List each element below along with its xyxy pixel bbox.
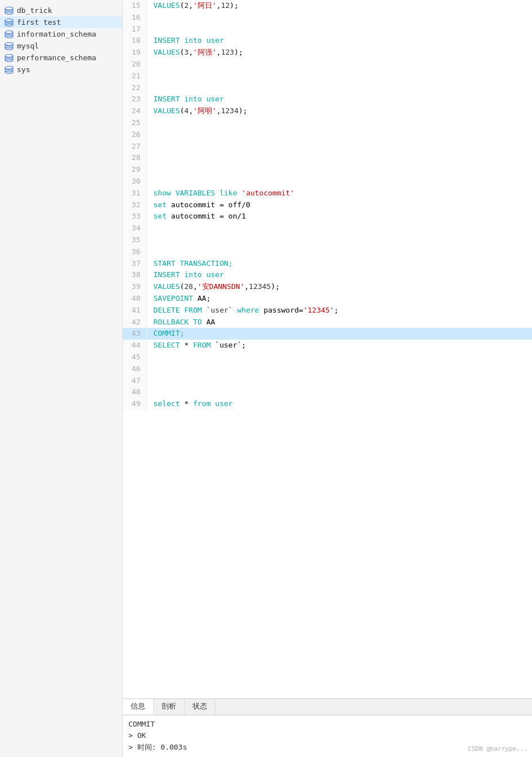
code-line: 44SELECT * FROM `user`; xyxy=(123,340,532,351)
line-number: 32 xyxy=(123,199,146,211)
line-number: 19 xyxy=(123,47,146,59)
line-content[interactable] xyxy=(146,152,532,164)
database-icon xyxy=(5,19,14,26)
line-number: 27 xyxy=(123,141,146,153)
sidebar-item-information_schema[interactable]: information_schema xyxy=(0,28,122,40)
line-number: 31 xyxy=(123,188,146,199)
line-content[interactable]: VALUES(4,'阿明',1234); xyxy=(146,105,532,117)
line-content[interactable] xyxy=(146,363,532,375)
line-content[interactable] xyxy=(146,82,532,94)
line-content[interactable] xyxy=(146,351,532,363)
line-number: 16 xyxy=(123,12,146,24)
line-content[interactable] xyxy=(146,24,532,35)
line-number: 33 xyxy=(123,211,146,222)
database-icon xyxy=(5,7,14,15)
code-line: 26 xyxy=(123,129,532,141)
code-line: 41DELETE FROM `user` where password='123… xyxy=(123,305,532,317)
code-line: 42ROLLBACK TO AA xyxy=(123,317,532,328)
line-number: 25 xyxy=(123,117,146,129)
line-content[interactable] xyxy=(146,12,532,24)
sidebar-item-label: first test xyxy=(17,18,61,26)
line-number: 38 xyxy=(123,269,146,281)
code-editor-area[interactable]: 15VALUES(2,'阿日',12);16 17 18INSERT into … xyxy=(123,0,532,698)
line-number: 39 xyxy=(123,281,146,293)
line-content[interactable] xyxy=(146,222,532,234)
code-line: 29 xyxy=(123,164,532,176)
line-content[interactable]: INSERT into user xyxy=(146,269,532,281)
line-content[interactable] xyxy=(146,234,532,246)
result-tab-信息[interactable]: 信息 xyxy=(123,699,154,715)
line-content[interactable] xyxy=(146,59,532,70)
code-line: 20 xyxy=(123,59,532,70)
line-content[interactable]: set autocommit = off/0 xyxy=(146,199,532,211)
code-line: 25 xyxy=(123,117,532,129)
line-content[interactable] xyxy=(146,246,532,258)
line-number: 41 xyxy=(123,305,146,317)
line-number: 17 xyxy=(123,24,146,35)
line-number: 42 xyxy=(123,317,146,328)
line-content[interactable] xyxy=(146,70,532,82)
line-content[interactable]: DELETE FROM `user` where password='12345… xyxy=(146,305,532,317)
line-content[interactable]: show VARIABLES like 'autocommit' xyxy=(146,188,532,199)
line-content[interactable] xyxy=(146,117,532,129)
line-content[interactable]: VALUES(3,'阿强',123); xyxy=(146,47,532,59)
sidebar-item-performance_schema[interactable]: performance_schema xyxy=(0,52,122,64)
svg-point-0 xyxy=(5,7,13,10)
sidebar-item-first-test[interactable]: first test xyxy=(0,16,122,28)
line-number: 48 xyxy=(123,386,146,398)
line-content[interactable]: COMMIT; xyxy=(146,328,532,340)
line-content[interactable]: VALUES(2,'阿日',12); xyxy=(146,0,532,12)
line-number: 49 xyxy=(123,398,146,410)
code-line: 48 xyxy=(123,386,532,398)
line-number: 28 xyxy=(123,152,146,164)
code-line: 32set autocommit = off/0 xyxy=(123,199,532,211)
code-line: 34 xyxy=(123,222,532,234)
line-content[interactable] xyxy=(146,375,532,387)
result-ok: > OK xyxy=(128,730,526,742)
line-content[interactable] xyxy=(146,164,532,176)
code-line: 27 xyxy=(123,141,532,153)
line-number: 15 xyxy=(123,0,146,12)
line-content[interactable] xyxy=(146,141,532,153)
main-panel: 15VALUES(2,'阿日',12);16 17 18INSERT into … xyxy=(123,0,532,757)
line-number: 37 xyxy=(123,258,146,270)
line-number: 40 xyxy=(123,293,146,305)
line-number: 20 xyxy=(123,59,146,70)
sidebar-item-mysql[interactable]: mysql xyxy=(0,40,122,52)
sidebar-item-sys[interactable]: sys xyxy=(0,64,122,75)
line-number: 44 xyxy=(123,340,146,351)
result-tab-状态[interactable]: 状态 xyxy=(185,699,216,715)
sidebar: db_trick first test information_schema m… xyxy=(0,0,123,757)
code-line: 36 xyxy=(123,246,532,258)
code-line: 17 xyxy=(123,24,532,35)
line-number: 26 xyxy=(123,129,146,141)
line-content[interactable]: SELECT * FROM `user`; xyxy=(146,340,532,351)
sidebar-item-db_trick[interactable]: db_trick xyxy=(0,5,122,16)
line-content[interactable]: INSERT into user xyxy=(146,35,532,47)
result-tab-剖析[interactable]: 剖析 xyxy=(154,699,185,715)
line-content[interactable]: set autocommit = on/1 xyxy=(146,211,532,222)
svg-point-2 xyxy=(5,19,13,21)
result-time: > 时间: 0.003s xyxy=(128,742,526,754)
sidebar-item-label: information_schema xyxy=(17,30,96,38)
code-line: 28 xyxy=(123,152,532,164)
line-content[interactable]: ROLLBACK TO AA xyxy=(146,317,532,328)
line-content[interactable]: select * from user xyxy=(146,398,532,410)
line-content[interactable] xyxy=(146,176,532,188)
line-content[interactable]: SAVEPOINT AA; xyxy=(146,293,532,305)
database-icon xyxy=(5,54,14,62)
line-number: 35 xyxy=(123,234,146,246)
code-line: 43COMMIT; xyxy=(123,328,532,340)
line-content[interactable] xyxy=(146,386,532,398)
line-content[interactable] xyxy=(146,129,532,141)
code-line: 31show VARIABLES like 'autocommit' xyxy=(123,188,532,199)
result-tab-bar: 信息剖析状态 xyxy=(123,699,532,715)
line-content[interactable]: VALUES(28,'安DANNSDN',12345); xyxy=(146,281,532,293)
code-line: 33set autocommit = on/1 xyxy=(123,211,532,222)
line-content[interactable]: INSERT into user xyxy=(146,93,532,105)
line-content[interactable]: START TRANSACTION; xyxy=(146,258,532,270)
line-number: 47 xyxy=(123,375,146,387)
code-line: 46 xyxy=(123,363,532,375)
line-number: 23 xyxy=(123,93,146,105)
database-icon xyxy=(5,42,14,50)
